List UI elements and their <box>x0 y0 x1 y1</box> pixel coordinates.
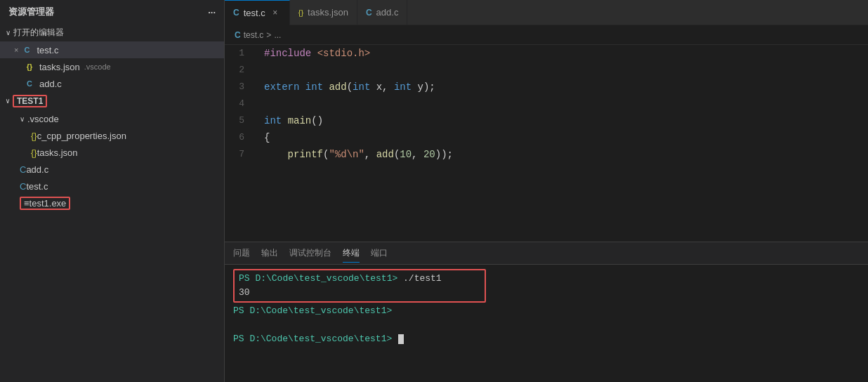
sidebar-item-tasks-json-vscode[interactable]: {} tasks.json <box>0 144 224 161</box>
code-line-6: { <box>264 129 857 146</box>
tab-close-test-c[interactable]: × <box>270 7 281 18</box>
panel: 问题 输出 调试控制台 终端 端口 PS D:\Code\test_vscode… <box>225 242 868 382</box>
sidebar-vscode-folder-name: .vscode <box>27 114 59 124</box>
breadcrumb-filename: test.c <box>244 30 264 40</box>
sidebar-filename-add-c2: add.c <box>26 164 48 175</box>
terminal-content: PS D:\Code\test_vscode\test1> ./test1 30… <box>225 265 868 382</box>
sidebar-item-vscode-folder[interactable]: ∨ .vscode <box>0 110 224 127</box>
line-num-6: 6 <box>233 129 244 146</box>
terminal-line-3: PS D:\Code\test_vscode\test1> <box>233 304 860 318</box>
sidebar-filename-exe: test1.exe <box>29 198 67 209</box>
line-num-4: 4 <box>233 96 244 112</box>
sidebar-item-cpp-properties[interactable]: {} c_cpp_properties.json <box>0 127 224 144</box>
code-area: 1 2 3 4 5 6 7 #include <stdio.h> extern … <box>225 45 868 242</box>
code-line-1: #include <stdio.h> <box>264 45 857 62</box>
panel-tab-output[interactable]: 输出 <box>261 244 278 263</box>
line-num-2: 2 <box>233 62 244 79</box>
c-icon-test: C <box>20 181 26 192</box>
sidebar-filename-test-c: test.c <box>37 45 58 55</box>
sidebar: 资源管理器 ··· ∨ 打开的编辑器 × C test.c {} tasks.j… <box>0 0 225 382</box>
sidebar-item-tasks-json[interactable]: {} tasks.json .vscode <box>0 58 224 75</box>
c-file-icon-add: C <box>24 78 35 89</box>
c-file-icon: C <box>21 44 32 55</box>
terminal-line-2: 30 <box>239 286 480 300</box>
sidebar-title: 资源管理器 <box>8 6 54 18</box>
sidebar-item-test1-exe[interactable]: ≡ test1.exe <box>0 195 224 211</box>
tab-tasks-json[interactable]: {} tasks.json <box>290 0 357 25</box>
panel-tab-debug[interactable]: 调试控制台 <box>289 244 331 263</box>
c-icon-add: C <box>20 164 26 175</box>
tab-icon-tasks: {} <box>298 8 303 17</box>
terminal-line-4: PS D:\Code\test_vscode\test1> <box>233 332 860 346</box>
sidebar-item-add-c[interactable]: C add.c <box>0 161 224 178</box>
exe-icon: ≡ <box>24 198 29 209</box>
panel-tabs: 问题 输出 调试控制台 终端 端口 <box>225 242 868 265</box>
sidebar-filename-cpp-props: c_cpp_properties.json <box>37 131 126 141</box>
sidebar-more-icon[interactable]: ··· <box>208 7 216 18</box>
tab-label-add-c: add.c <box>376 7 399 18</box>
sidebar-item-test-c-root[interactable]: C test.c <box>0 178 224 195</box>
breadcrumb: C test.c > ... <box>225 25 868 45</box>
breadcrumb-c-icon: C <box>235 30 241 40</box>
code-line-3: extern int add(int x, int y); <box>264 79 857 96</box>
terminal-cmd-1: ./test1 <box>403 273 442 284</box>
tab-label-tasks-json: tasks.json <box>308 7 348 18</box>
vscode-badge: .vscode <box>84 62 111 71</box>
open-editors-section[interactable]: ∨ 打开的编辑器 <box>0 24 224 41</box>
code-line-5: int main() <box>264 112 857 129</box>
json-file-icon: {} <box>24 61 35 72</box>
terminal-line-1: PS D:\Code\test_vscode\test1> ./test1 <box>239 272 480 286</box>
open-editors-chevron: ∨ <box>6 29 11 37</box>
open-editors-label: 打开的编辑器 <box>13 27 64 39</box>
sidebar-item-test-c[interactable]: × C test.c <box>0 41 224 58</box>
terminal-path-4: PS D:\Code\test_vscode\test1> <box>233 334 392 344</box>
main-area: C test.c × {} tasks.json C add.c C test.… <box>225 0 868 382</box>
sidebar-filename-test-c2: test.c <box>26 181 48 192</box>
terminal-path-1: PS D:\Code\test_vscode\test1> <box>239 273 397 284</box>
sidebar-header: 资源管理器 ··· <box>0 0 224 24</box>
code-line-4 <box>264 96 857 112</box>
tab-test-c[interactable]: C test.c × <box>225 0 290 25</box>
code-lines: #include <stdio.h> extern int add(int x,… <box>253 45 868 242</box>
terminal-highlight-block: PS D:\Code\test_vscode\test1> ./test1 30 <box>233 269 486 303</box>
sidebar-filename-tasks-json: tasks.json <box>39 62 80 72</box>
test1-chevron: ∨ <box>6 97 10 105</box>
line-num-5: 5 <box>233 112 244 129</box>
code-content: 1 2 3 4 5 6 7 #include <stdio.h> extern … <box>225 45 868 242</box>
line-num-3: 3 <box>233 79 244 96</box>
breadcrumb-sep: > <box>266 30 271 40</box>
terminal-path-3: PS D:\Code\test_vscode\test1> <box>233 305 392 316</box>
exe-outline-box: ≡ test1.exe <box>20 197 70 210</box>
tab-icon-c-test: C <box>233 8 239 18</box>
tab-add-c[interactable]: C add.c <box>357 0 407 25</box>
tab-bar: C test.c × {} tasks.json C add.c <box>225 0 868 25</box>
code-line-7: printf("%d\n", add(10, 20)); <box>264 146 857 163</box>
sidebar-item-add-c-editors[interactable]: C add.c <box>0 75 224 92</box>
line-num-7: 7 <box>233 146 244 163</box>
tab-icon-c-add: C <box>366 8 372 18</box>
panel-tab-problems[interactable]: 问题 <box>233 244 250 263</box>
json-icon-tasks: {} <box>31 147 37 158</box>
code-line-2 <box>264 62 857 79</box>
vscode-folder-chevron: ∨ <box>20 115 25 123</box>
terminal-cursor <box>398 334 404 344</box>
line-num-1: 1 <box>233 45 244 62</box>
test1-label: TEST1 <box>13 95 47 107</box>
breadcrumb-ellipsis: ... <box>274 30 281 40</box>
terminal-output-30: 30 <box>239 287 250 298</box>
panel-tab-terminal[interactable]: 终端 <box>343 244 360 263</box>
close-test-c-icon[interactable]: × <box>14 46 18 54</box>
sidebar-filename-add-c: add.c <box>39 79 62 89</box>
json-icon-cpp-props: {} <box>31 131 37 141</box>
tab-label-test-c: test.c <box>244 8 265 18</box>
line-numbers: 1 2 3 4 5 6 7 <box>225 45 253 242</box>
sidebar-filename-tasks-json2: tasks.json <box>37 147 78 158</box>
panel-tab-ports[interactable]: 端口 <box>371 244 388 263</box>
test1-section[interactable]: ∨ TEST1 <box>0 92 224 110</box>
